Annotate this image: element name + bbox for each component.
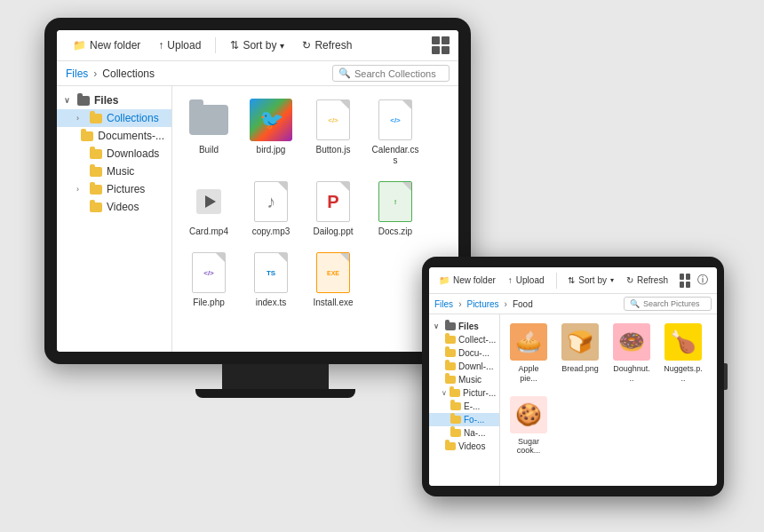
monitor-toolbar: 📁 New folder ↑ Upload ⇅ Sort by ▾ ↻ Refr…	[57, 30, 458, 61]
tablet-sidebar-item-music[interactable]: Music	[429, 373, 499, 386]
tablet-search-box[interactable]: 🔍	[624, 297, 712, 311]
sidebar-item-pictures[interactable]: › Pictures	[57, 180, 171, 198]
file-name: Build	[199, 145, 219, 155]
monitor-base	[195, 389, 355, 398]
css-file-icon: </>	[378, 99, 412, 140]
view-grid-icon[interactable]	[680, 274, 690, 288]
list-item[interactable]: 🍪 Sugar cook...	[505, 393, 552, 460]
sidebar-item-collections[interactable]: › Collections	[57, 109, 171, 127]
tablet-sidebar-item-collections[interactable]: Collect-...	[429, 333, 499, 346]
sidebar-item-videos[interactable]: Videos	[57, 198, 171, 216]
tablet-new-folder-button[interactable]: 📁 New folder	[434, 273, 500, 288]
refresh-icon: ↻	[626, 275, 633, 285]
tablet-breadcrumb-bar: Files › Pictures › Food 🔍	[429, 294, 717, 314]
food-image: 🍞	[561, 323, 599, 361]
list-item[interactable]: ♪ copy.mp3	[243, 177, 298, 241]
breadcrumb-separator-2: ›	[505, 299, 507, 309]
file-thumbnail: 🍩	[613, 323, 650, 361]
sort-icon: ⇅	[568, 275, 575, 285]
chevron-down-icon: ∨	[64, 96, 73, 105]
search-input[interactable]	[354, 68, 443, 79]
tablet-sidebar-item-downloads[interactable]: Downl-...	[429, 360, 499, 373]
list-item[interactable]: </> File.php	[181, 248, 236, 312]
chevron-down-icon: ∨	[442, 389, 447, 397]
sidebar-item-downloads[interactable]: Downloads	[57, 145, 171, 163]
folder-icon	[90, 149, 102, 159]
file-name: File.php	[193, 298, 225, 308]
info-button[interactable]: ⓘ	[694, 271, 712, 290]
tablet-upload-button[interactable]: ↑ Upload	[504, 273, 549, 288]
folder-icon	[81, 131, 93, 141]
file-thumbnail: </>	[374, 99, 417, 141]
breadcrumb-separator-1: ›	[458, 299, 461, 309]
tablet-sidebar-item-pictures[interactable]: ∨ Pictur-...	[429, 386, 499, 400]
list-item[interactable]: TS index.ts	[243, 248, 298, 312]
tablet-sidebar-item-documents[interactable]: Docu-...	[429, 346, 499, 360]
file-thumbnail: 🥧	[510, 323, 547, 361]
view-grid-icon[interactable]	[432, 36, 450, 54]
new-folder-button[interactable]: 📁 New folder	[66, 36, 147, 55]
chevron-down-icon: ∨	[434, 322, 442, 330]
folder-icon: 📁	[73, 39, 86, 52]
folder-icon	[445, 322, 456, 330]
food-image: 🍗	[665, 323, 702, 361]
tablet-sort-by-button[interactable]: ⇅ Sort by ▾	[563, 273, 618, 288]
tablet-refresh-button[interactable]: ↻ Refresh	[622, 273, 672, 288]
toolbar-separator	[556, 273, 557, 289]
breadcrumb-mid[interactable]: Pictures	[466, 299, 498, 309]
tablet-sidebar: ∨ Files Collect-... Docu-... Downl-...	[429, 314, 500, 486]
tablet-sidebar-item-food[interactable]: Fo-...	[429, 413, 499, 426]
tablet-sidebar-item-na[interactable]: Na-...	[429, 426, 499, 440]
sidebar-item-music[interactable]: Music	[57, 163, 171, 180]
file-name: Sugar cook...	[509, 437, 548, 457]
list-item[interactable]: 🥧 Apple pie...	[505, 320, 552, 387]
upload-button[interactable]: ↑ Upload	[151, 36, 208, 55]
list-item[interactable]: </> Button.js	[306, 95, 361, 170]
breadcrumb-root[interactable]: Files	[66, 67, 88, 80]
folder-icon	[90, 114, 102, 123]
folder-large-icon	[189, 105, 228, 135]
tablet-sidebar-item-videos[interactable]: Videos	[429, 440, 499, 453]
mp4-file-icon	[196, 189, 221, 214]
file-name: Docs.zip	[378, 226, 412, 237]
sort-by-button[interactable]: ⇅ Sort by ▾	[223, 36, 291, 55]
folder-icon	[445, 376, 456, 384]
mp3-file-icon: ♪	[254, 181, 288, 222]
list-item[interactable]: </> Calendar.css	[368, 95, 423, 170]
list-item[interactable]: 🍩 Doughnut...	[609, 320, 655, 387]
list-item[interactable]: 🍗 Nuggets.p...	[660, 320, 706, 387]
sidebar-item-files-root[interactable]: ∨ Files	[57, 91, 171, 109]
list-item[interactable]: 🍞 Bread.png	[557, 320, 603, 387]
list-item[interactable]: ! Docs.zip	[368, 177, 423, 241]
tablet-toolbar: 📁 New folder ↑ Upload ⇅ Sort by ▾ ↻ Refr…	[429, 267, 717, 294]
exe-file-icon: EXE	[316, 252, 350, 293]
file-thumbnail: 🍞	[561, 323, 599, 361]
list-item[interactable]: bird.jpg	[243, 95, 298, 170]
file-name: Bread.png	[561, 364, 599, 374]
breadcrumb-root[interactable]: Files	[434, 299, 453, 309]
sort-chevron-icon: ▾	[280, 41, 284, 51]
list-item[interactable]: P Dailog.ppt	[306, 177, 361, 241]
file-name: Install.exe	[313, 298, 353, 308]
breadcrumb-current: Collections	[102, 67, 155, 80]
chevron-right-icon: ›	[76, 185, 85, 194]
refresh-button[interactable]: ↻ Refresh	[295, 36, 359, 55]
tablet-sidebar-item-e[interactable]: E-...	[429, 400, 499, 413]
monitor-sidebar: ∨ Files › Collections Documents-...	[57, 86, 172, 352]
sidebar-item-documents[interactable]: Documents-...	[57, 127, 171, 145]
js-file-icon: </>	[316, 99, 350, 140]
tablet-sidebar-files-root[interactable]: ∨ Files	[429, 320, 499, 333]
list-item[interactable]: Card.mp4	[181, 177, 236, 241]
list-item[interactable]: Build	[181, 95, 236, 170]
file-name: index.ts	[256, 298, 286, 308]
file-name: Calendar.css	[371, 145, 419, 166]
tablet-power-button[interactable]	[724, 363, 728, 390]
list-item[interactable]: EXE Install.exe	[306, 248, 361, 312]
file-thumbnail: </>	[312, 99, 354, 141]
file-name: Doughnut...	[612, 364, 651, 384]
search-box[interactable]: 🔍	[332, 65, 450, 82]
php-file-icon: </>	[192, 252, 226, 293]
file-name: bird.jpg	[257, 145, 286, 155]
monitor-breadcrumb-bar: Files › Collections 🔍	[57, 61, 458, 86]
tablet-search-input[interactable]	[643, 299, 705, 308]
